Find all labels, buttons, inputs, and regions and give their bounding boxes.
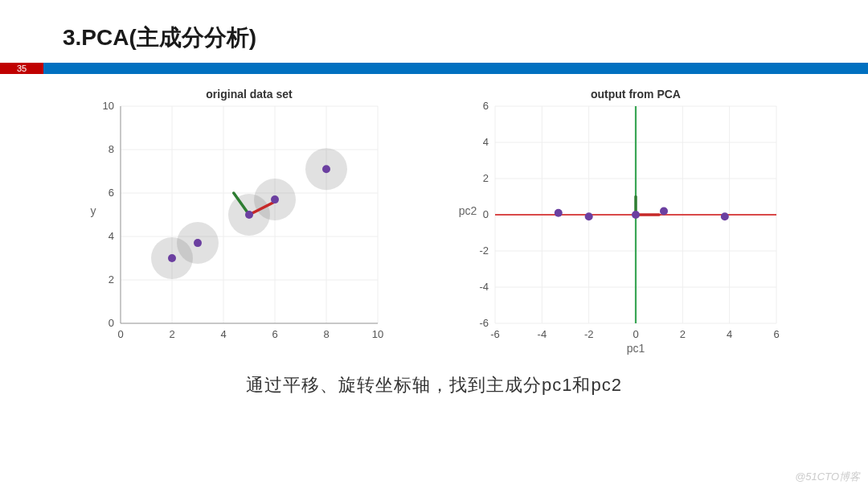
svg-text:6: 6 bbox=[108, 187, 114, 199]
svg-text:0: 0 bbox=[633, 328, 638, 340]
svg-text:-6: -6 bbox=[479, 317, 489, 329]
svg-text:0: 0 bbox=[108, 317, 114, 329]
svg-text:-2: -2 bbox=[584, 328, 594, 340]
chart-left: original data set02468100246810y bbox=[72, 84, 394, 360]
svg-text:-6: -6 bbox=[490, 328, 500, 340]
blue-bar bbox=[43, 63, 868, 74]
svg-point-37 bbox=[271, 195, 279, 203]
svg-text:pc2: pc2 bbox=[459, 204, 477, 217]
svg-text:8: 8 bbox=[108, 143, 114, 155]
page-number-badge: 35 bbox=[0, 63, 43, 74]
svg-text:0: 0 bbox=[117, 328, 123, 340]
chart-right: output from PCA-6-4-20246-6-4-20246pc2pc… bbox=[442, 84, 796, 360]
svg-text:-2: -2 bbox=[479, 244, 489, 257]
svg-text:y: y bbox=[91, 204, 96, 217]
svg-text:-4: -4 bbox=[479, 281, 489, 293]
svg-point-38 bbox=[322, 165, 330, 173]
svg-text:6: 6 bbox=[272, 328, 277, 340]
svg-text:4: 4 bbox=[483, 136, 489, 148]
slide-caption: 通过平移、旋转坐标轴，找到主成分pc1和pc2 bbox=[0, 373, 868, 397]
svg-text:2: 2 bbox=[483, 172, 489, 184]
svg-point-73 bbox=[555, 209, 563, 217]
svg-point-36 bbox=[245, 211, 253, 219]
chart-pca-output: output from PCA-6-4-20246-6-4-20246pc2pc… bbox=[442, 84, 796, 357]
svg-text:output from PCA: output from PCA bbox=[591, 88, 681, 101]
svg-text:6: 6 bbox=[483, 100, 489, 112]
svg-point-75 bbox=[632, 211, 640, 219]
header-bar: 35 bbox=[0, 63, 868, 74]
svg-text:10: 10 bbox=[103, 100, 114, 112]
svg-point-76 bbox=[660, 208, 668, 216]
svg-text:-4: -4 bbox=[538, 328, 547, 340]
slide-title: 3.PCA(主成分分析) bbox=[0, 0, 868, 63]
svg-text:2: 2 bbox=[169, 328, 174, 340]
svg-point-34 bbox=[168, 254, 176, 262]
svg-text:0: 0 bbox=[483, 208, 489, 220]
svg-text:4: 4 bbox=[727, 328, 732, 340]
chart-original-data: original data set02468100246810y bbox=[72, 84, 394, 357]
svg-point-77 bbox=[721, 212, 729, 220]
svg-text:8: 8 bbox=[323, 328, 329, 340]
svg-point-74 bbox=[585, 212, 593, 220]
svg-text:4: 4 bbox=[108, 230, 114, 242]
svg-text:2: 2 bbox=[108, 273, 114, 286]
svg-text:pc1: pc1 bbox=[627, 342, 645, 355]
watermark: @51CTO博客 bbox=[795, 470, 860, 484]
charts-row: original data set02468100246810y output … bbox=[0, 74, 868, 360]
svg-point-35 bbox=[194, 239, 202, 247]
svg-text:4: 4 bbox=[220, 328, 226, 340]
svg-text:original data set: original data set bbox=[206, 88, 293, 101]
svg-text:10: 10 bbox=[372, 328, 383, 340]
svg-text:2: 2 bbox=[680, 328, 686, 340]
svg-text:6: 6 bbox=[773, 328, 779, 340]
